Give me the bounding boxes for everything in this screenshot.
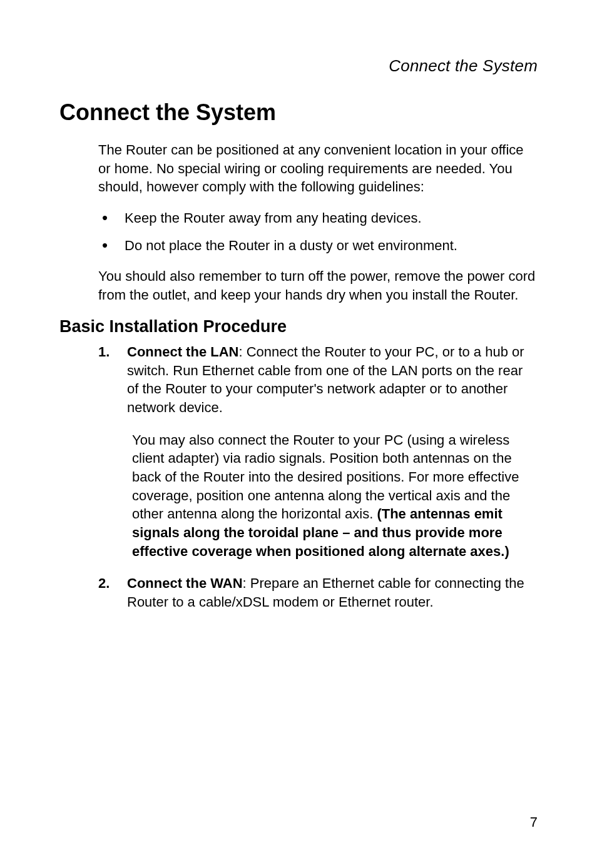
list-item: 1. Connect the LAN: Connect the Router t… — [98, 343, 538, 561]
steps-block: 1. Connect the LAN: Connect the Router t… — [98, 343, 538, 612]
installation-steps: 1. Connect the LAN: Connect the Router t… — [98, 343, 538, 612]
section-heading: Basic Installation Procedure — [59, 317, 538, 336]
page: Connect the System Connect the System Th… — [0, 0, 597, 868]
step-lead: Connect the WAN — [127, 575, 243, 591]
page-number: 7 — [530, 814, 538, 830]
list-item: Do not place the Router in a dusty or we… — [98, 236, 538, 255]
page-title: Connect the System — [59, 99, 538, 126]
running-head: Connect the System — [59, 56, 538, 76]
step-sub: You may also connect the Router to your … — [132, 431, 538, 561]
intro-block: The Router can be positioned at any conv… — [98, 141, 538, 305]
step-number: 1. — [98, 343, 110, 361]
step-lead: Connect the LAN — [127, 344, 238, 360]
post-bullets-paragraph: You should also remember to turn off the… — [98, 267, 538, 304]
guideline-bullets: Keep the Router away from any heating de… — [98, 209, 538, 255]
list-item: Keep the Router away from any heating de… — [98, 209, 538, 228]
list-item: 2. Connect the WAN: Prepare an Ethernet … — [98, 574, 538, 611]
intro-paragraph: The Router can be positioned at any conv… — [98, 141, 538, 196]
step-number: 2. — [98, 574, 110, 593]
